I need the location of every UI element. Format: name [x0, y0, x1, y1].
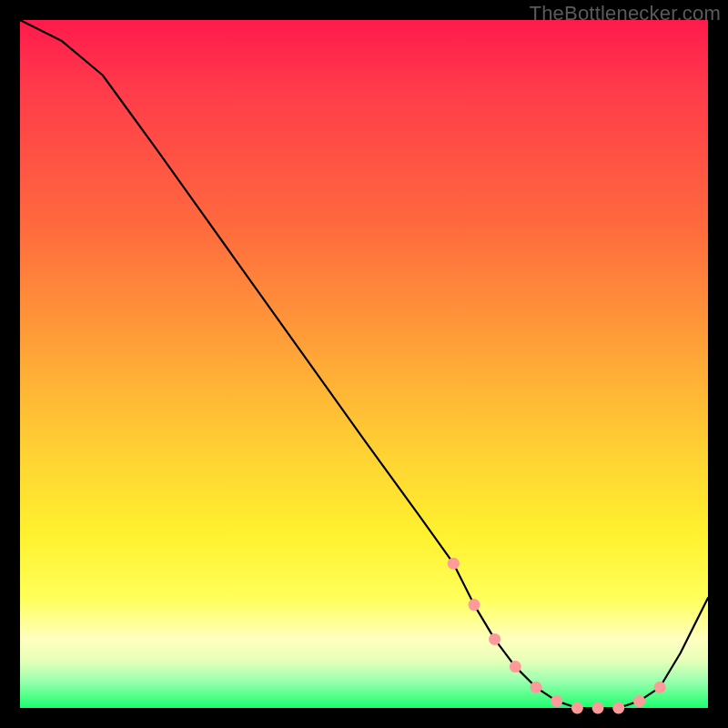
marker-dot	[469, 599, 480, 611]
marker-dot	[592, 703, 604, 714]
plot-area	[20, 20, 708, 708]
watermark-text: TheBottlenecker.com	[530, 2, 721, 25]
marker-dot	[448, 558, 460, 570]
marker-dot	[571, 703, 583, 714]
chart-frame: TheBottlenecker.com	[0, 0, 728, 728]
marker-dot	[612, 703, 624, 714]
curve-svg	[20, 20, 708, 708]
marker-dot	[510, 661, 521, 672]
marker-dot	[489, 633, 500, 645]
marker-dot	[531, 682, 542, 693]
marker-dot	[633, 695, 645, 707]
bottleneck-curve	[20, 20, 708, 708]
marker-dot	[551, 695, 562, 707]
marker-dot	[654, 682, 666, 693]
marker-group	[448, 558, 666, 714]
